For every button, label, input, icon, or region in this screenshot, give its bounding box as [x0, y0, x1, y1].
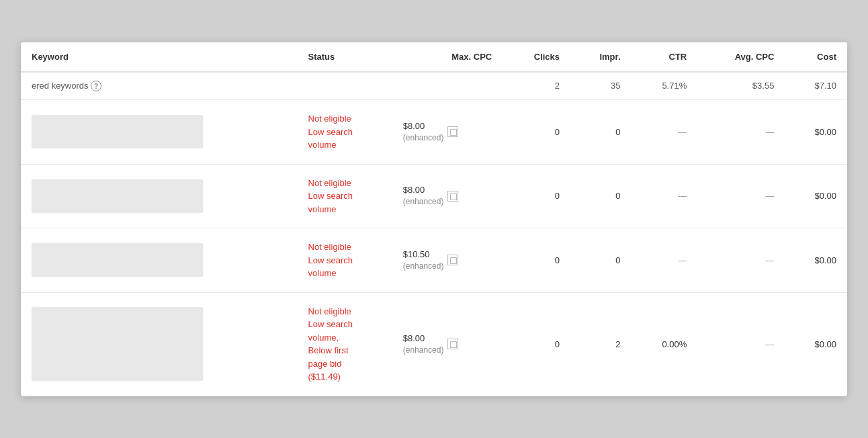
clicks-cell-4: 0	[503, 292, 570, 396]
cpc-label-4: (enhanced)	[403, 345, 444, 356]
clicks-cell-2: 0	[503, 164, 570, 228]
cost-cell-2: $0.00	[785, 164, 847, 228]
status-cell-4: Not eligible Low search volume, Below fi…	[298, 292, 392, 396]
keyword-placeholder	[32, 243, 203, 277]
cost-cell-3: $0.00	[785, 228, 847, 293]
avg-cpc-cell-2: —	[697, 164, 785, 228]
keyword-cell-1	[21, 100, 298, 165]
cpc-container-4: $8.00 (enhanced)	[403, 333, 492, 356]
ctr-cell-2: —	[632, 164, 698, 228]
keyword-placeholder	[32, 307, 203, 381]
table-row: Not eligible Low search volume $10.50 (e…	[21, 228, 847, 293]
edit-cpc-icon-2[interactable]	[447, 191, 458, 202]
ctr-cell-1: —	[632, 100, 698, 165]
cpc-amount-3: $10.50	[403, 249, 444, 261]
edit-cpc-icon-1[interactable]	[447, 126, 458, 137]
keywords-table: Keyword Status Max. CPC Clicks Impr. CTR…	[21, 42, 847, 396]
max-cpc-cell-4: $8.00 (enhanced)	[392, 292, 503, 396]
col-header-ctr: CTR	[632, 42, 698, 72]
summary-label-cell: ered keywords ?	[21, 72, 298, 100]
edit-cpc-icon-3[interactable]	[447, 255, 458, 265]
col-header-clicks: Clicks	[503, 42, 570, 72]
status-text-4: Not eligible Low search volume, Below fi…	[308, 305, 382, 384]
impr-cell-3: 0	[570, 228, 631, 293]
table-header-row: Keyword Status Max. CPC Clicks Impr. CTR…	[21, 42, 847, 72]
keyword-placeholder	[32, 115, 203, 148]
status-text-3: Not eligible Low search volume	[308, 240, 382, 280]
keyword-cell-2	[21, 164, 298, 228]
impr-cell-4: 2	[570, 292, 631, 396]
avg-cpc-cell-3: —	[697, 228, 785, 293]
table-row: Not eligible Low search volume $8.00 (en…	[21, 164, 847, 228]
summary-impr: 35	[570, 72, 631, 100]
table-row: Not eligible Low search volume, Below fi…	[21, 292, 847, 396]
clicks-cell-3: 0	[503, 228, 570, 293]
cpc-container-1: $8.00 (enhanced)	[403, 120, 492, 144]
ctr-cell-3: —	[632, 228, 698, 293]
avg-cpc-cell-4: —	[697, 292, 785, 396]
col-header-impr: Impr.	[570, 42, 631, 72]
cost-cell-4: $0.00	[785, 292, 847, 396]
impr-cell-1: 0	[570, 100, 631, 165]
max-cpc-cell-3: $10.50 (enhanced)	[392, 228, 503, 293]
cost-cell-1: $0.00	[785, 100, 847, 165]
col-header-keyword: Keyword	[21, 42, 298, 72]
cpc-amount-2: $8.00	[403, 184, 444, 196]
status-cell-2: Not eligible Low search volume	[298, 164, 392, 228]
help-icon[interactable]: ?	[91, 81, 101, 91]
keyword-cell-3	[21, 228, 298, 293]
status-text-1: Not eligible Low search volume	[308, 112, 382, 152]
cpc-amount-1: $8.00	[403, 120, 444, 132]
cpc-label-2: (enhanced)	[403, 196, 444, 208]
avg-cpc-cell-1: —	[697, 100, 785, 165]
keyword-cell-4	[21, 292, 298, 396]
status-cell-3: Not eligible Low search volume	[298, 228, 392, 293]
status-cell-1: Not eligible Low search volume	[298, 100, 392, 165]
cpc-amount-4: $8.00	[403, 333, 444, 345]
col-header-avg-cpc: Avg. CPC	[697, 42, 785, 72]
summary-ctr: 5.71%	[632, 72, 698, 100]
col-header-status: Status	[298, 42, 392, 72]
clicks-cell-1: 0	[503, 100, 570, 165]
summary-avg-cpc: $3.55	[697, 72, 785, 100]
cpc-label-1: (enhanced)	[403, 132, 444, 144]
keyword-placeholder	[32, 179, 203, 213]
max-cpc-cell-2: $8.00 (enhanced)	[392, 164, 503, 228]
impr-cell-2: 0	[570, 164, 631, 228]
col-header-max-cpc: Max. CPC	[392, 42, 503, 72]
col-header-cost: Cost	[785, 42, 847, 72]
summary-clicks: 2	[503, 72, 570, 100]
max-cpc-cell-1: $8.00 (enhanced)	[392, 100, 503, 165]
edit-cpc-icon-4[interactable]	[447, 339, 458, 349]
status-text-2: Not eligible Low search volume	[308, 177, 382, 216]
cpc-container-3: $10.50 (enhanced)	[403, 249, 492, 272]
summary-max-cpc	[392, 72, 503, 100]
summary-status	[298, 72, 392, 100]
summary-label: ered keywords	[32, 81, 89, 91]
cpc-label-3: (enhanced)	[403, 261, 444, 272]
summary-row: ered keywords ? 2 35 5.71% $3.55 $7.10	[21, 72, 847, 100]
summary-cost: $7.10	[785, 72, 847, 100]
ctr-cell-4: 0.00%	[632, 292, 698, 396]
table-row: Not eligible Low search volume $8.00 (en…	[21, 100, 847, 165]
cpc-container-2: $8.00 (enhanced)	[403, 184, 492, 208]
main-card: Keyword Status Max. CPC Clicks Impr. CTR…	[21, 42, 847, 396]
